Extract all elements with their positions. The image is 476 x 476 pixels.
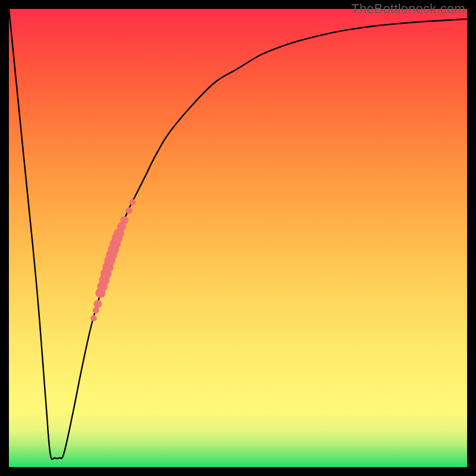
plot-area [9, 9, 467, 467]
watermark-text: TheBottleneck.com [351, 1, 465, 17]
highlight-dot [94, 300, 102, 308]
chart-frame: TheBottleneck.com [0, 0, 476, 476]
highlight-dots [90, 199, 135, 321]
highlight-dot [130, 199, 136, 205]
highlight-dot [121, 217, 129, 224]
bottleneck-curve [9, 9, 467, 459]
curve-layer [9, 9, 467, 467]
highlight-dot [126, 207, 132, 214]
highlight-dot [90, 315, 96, 321]
highlight-dot [93, 307, 99, 313]
